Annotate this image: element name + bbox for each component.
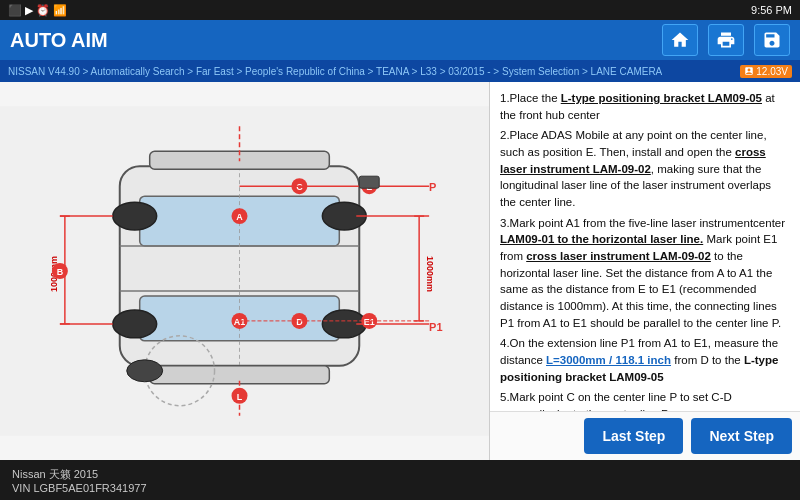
svg-text:P1: P1 <box>429 321 442 333</box>
svg-text:C: C <box>296 182 303 192</box>
print-button[interactable] <box>708 24 744 56</box>
svg-text:A1: A1 <box>234 317 245 327</box>
svg-rect-49 <box>359 176 379 188</box>
car-model: Nissan 天籁 2015 <box>12 467 147 482</box>
header: AUTO AIM <box>0 20 800 60</box>
diagram-panel: 1000mm 1000mm A A1 B C D <box>0 82 490 460</box>
last-step-button[interactable]: Last Step <box>584 418 683 454</box>
svg-point-9 <box>113 202 157 230</box>
breadcrumb: NISSAN V44.90 > Automatically Search > F… <box>8 66 662 77</box>
svg-text:1000mm: 1000mm <box>425 256 435 292</box>
main-content: 1000mm 1000mm A A1 B C D <box>0 82 800 460</box>
car-info: Nissan 天籁 2015 VIN LGBF5AE01FR341977 <box>12 467 147 494</box>
status-bar: ⬛ ▶ ⏰ 📶 9:56 PM <box>0 0 800 20</box>
bottom-bar: Nissan 天籁 2015 VIN LGBF5AE01FR341977 <box>0 460 800 500</box>
breadcrumb-bar: NISSAN V44.90 > Automatically Search > F… <box>0 60 800 82</box>
button-row: Last Step Next Step <box>490 411 800 460</box>
svg-text:E1: E1 <box>364 317 375 327</box>
instructions-text: 1.Place the L-type positioning bracket L… <box>490 82 800 411</box>
status-icons: ⬛ ▶ ⏰ 📶 <box>8 4 67 17</box>
version-badge: 12.03V <box>740 65 792 78</box>
car-vin: VIN LGBF5AE01FR341977 <box>12 482 147 494</box>
version-text: 12.03V <box>756 66 788 77</box>
car-diagram-svg: 1000mm 1000mm A A1 B C D <box>0 82 489 460</box>
svg-text:P: P <box>429 181 436 193</box>
svg-text:A: A <box>236 212 243 222</box>
svg-text:D: D <box>296 317 303 327</box>
header-title: AUTO AIM <box>10 29 652 52</box>
svg-point-48 <box>127 360 163 382</box>
svg-text:B: B <box>57 267 64 277</box>
status-time: 9:56 PM <box>751 4 792 16</box>
instructions-panel: 1.Place the L-type positioning bracket L… <box>490 82 800 460</box>
status-bar-left: ⬛ ▶ ⏰ 📶 <box>8 4 67 17</box>
next-step-button[interactable]: Next Step <box>691 418 792 454</box>
save-button[interactable] <box>754 24 790 56</box>
home-button[interactable] <box>662 24 698 56</box>
svg-point-11 <box>113 310 157 338</box>
status-bar-right: 9:56 PM <box>751 4 792 16</box>
svg-text:L: L <box>237 392 243 402</box>
